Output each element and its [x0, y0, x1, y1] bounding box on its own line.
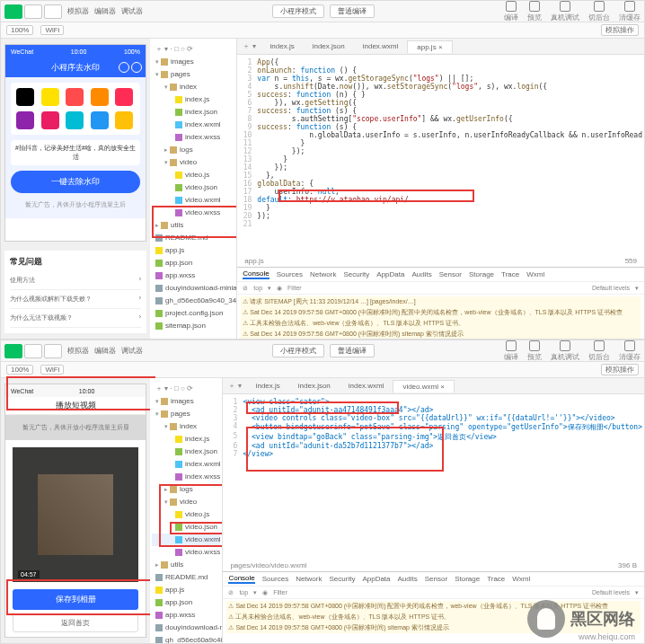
devtools-tab[interactable]: Console — [243, 269, 269, 279]
tree-file[interactable]: app.js — [152, 244, 234, 257]
zoom-select[interactable]: 100% — [6, 25, 33, 35]
remove-watermark-button[interactable]: 一键去除水印 — [11, 171, 140, 193]
faq-item[interactable]: 为什么无法下载视频？› — [10, 309, 141, 328]
compile-button[interactable]: 编译 — [504, 1, 518, 22]
compile-button[interactable]: 编译 — [504, 340, 518, 362]
editor-tab[interactable]: index.json — [289, 380, 340, 392]
tree-file[interactable]: video.json — [152, 521, 220, 534]
tree-file[interactable]: README.md — [152, 232, 234, 244]
editor-tab[interactable]: index.js — [261, 40, 304, 52]
tree-file[interactable]: app.js — [152, 584, 220, 596]
tree-file[interactable]: gh_d56ec60a9c40_344.jpg — [152, 295, 234, 307]
tree-folder[interactable]: images — [152, 56, 234, 68]
devtools-tab[interactable]: AppData — [376, 270, 404, 278]
tree-file[interactable]: index.wxml — [152, 458, 220, 471]
new-tab-button[interactable]: ＋ ▾ — [223, 381, 246, 391]
editor-tab[interactable]: index.wxml — [354, 40, 408, 52]
app-icon[interactable] — [91, 88, 109, 106]
mode-select[interactable]: 小程序模式 — [272, 344, 324, 357]
tree-file[interactable]: app.json — [152, 596, 220, 609]
devtools-tab[interactable]: Storage — [455, 575, 480, 583]
sim-action-select[interactable]: 模拟操作 — [601, 24, 639, 36]
devtools-tab[interactable]: Trace — [501, 270, 519, 278]
preview-button[interactable]: 预览 — [527, 1, 542, 22]
log-levels[interactable]: Default levels — [592, 285, 630, 291]
video-player[interactable]: ▶ 04:57 — [13, 447, 138, 582]
tree-folder[interactable]: pages — [152, 408, 220, 420]
tree-folder[interactable]: logs — [152, 144, 234, 156]
devtools-tab[interactable]: Security — [329, 575, 355, 583]
tree-folder[interactable]: logs — [152, 483, 220, 496]
console-clear-icon[interactable]: ⊘ — [228, 589, 234, 596]
faq-item[interactable]: 为什么视频或解析下载失败？› — [10, 290, 141, 309]
tree-file[interactable]: README.md — [152, 571, 220, 584]
tree-folder[interactable]: utils — [152, 559, 220, 571]
tree-file[interactable]: video.json — [152, 181, 234, 194]
tree-file[interactable]: app.json — [152, 257, 234, 269]
clear-cache-button[interactable]: 清缓存 — [619, 340, 641, 362]
code-editor[interactable]: 1<view class="cater"> 2 <ad unitId="adun… — [223, 394, 644, 560]
app-icon[interactable] — [66, 111, 84, 129]
remote-debug-button[interactable]: 真机调试 — [551, 1, 579, 22]
devtools-tab[interactable]: Trace — [487, 575, 505, 583]
tree-file[interactable]: video.js — [152, 508, 220, 521]
devtools-tab[interactable]: Audits — [398, 575, 418, 583]
devtools-tab[interactable]: Console — [228, 574, 254, 584]
editor-tab[interactable]: index.json — [304, 40, 354, 52]
tree-folder[interactable]: index — [152, 420, 220, 433]
compile-select[interactable]: 普通编译 — [330, 344, 375, 357]
simulator-toggle[interactable] — [4, 4, 22, 19]
menu-capsule[interactable] — [119, 62, 129, 73]
save-to-album-button[interactable]: 保存到相册 — [13, 589, 138, 610]
simulator-toggle[interactable] — [4, 344, 22, 358]
devtools-tab[interactable]: Sources — [262, 575, 288, 583]
mode-select[interactable]: 小程序模式 — [272, 4, 324, 18]
tree-folder[interactable]: images — [152, 395, 220, 408]
tree-file[interactable]: video.wxml — [152, 534, 220, 546]
network-select[interactable]: WiFi — [40, 365, 64, 375]
app-icon[interactable] — [16, 111, 34, 129]
tree-file[interactable]: gh_d56ec60a9c40_344.jpg — [152, 634, 220, 643]
background-button[interactable]: 切后台 — [588, 1, 610, 22]
editor-toggle[interactable] — [24, 4, 42, 19]
compile-select[interactable]: 普通编译 — [330, 4, 375, 18]
tree-file[interactable]: douyindownload-miniapp-master.zip — [152, 282, 234, 295]
close-capsule[interactable] — [131, 62, 142, 73]
clear-cache-button[interactable]: 清缓存 — [619, 1, 641, 22]
editor-tab-active[interactable]: video.wxml × — [393, 380, 454, 393]
tree-file[interactable]: video.wxss — [152, 207, 234, 219]
tree-file[interactable]: video.wxss — [152, 546, 220, 559]
tree-file[interactable]: app.wxss — [152, 269, 234, 282]
back-home-button[interactable]: 返回首页 — [13, 613, 138, 632]
devtools-tab[interactable]: Network — [310, 270, 336, 278]
tree-file[interactable]: index.json — [152, 106, 234, 119]
devtools-tab[interactable]: Wxml — [512, 575, 530, 583]
tree-folder[interactable]: utils — [152, 219, 234, 232]
app-icon[interactable] — [16, 88, 34, 106]
faq-item[interactable]: 使用方法› — [10, 271, 141, 290]
background-button[interactable]: 切后台 — [588, 340, 610, 362]
network-select[interactable]: WiFi — [40, 25, 64, 35]
zoom-select[interactable]: 100% — [6, 365, 33, 375]
app-icon[interactable] — [91, 111, 109, 129]
editor-tab[interactable]: index.js — [247, 380, 289, 392]
console-context[interactable]: top — [253, 285, 262, 291]
preview-button[interactable]: 预览 — [527, 340, 542, 362]
code-editor[interactable]: 1App({ 2 onLaunch: function () { 3 var n… — [237, 55, 644, 255]
devtools-tab[interactable]: AppData — [362, 575, 390, 583]
console-filter[interactable]: Filter — [287, 285, 302, 291]
tree-file[interactable]: index.js — [152, 433, 220, 446]
tree-folder[interactable]: index — [152, 81, 234, 93]
tree-file[interactable]: douyindownload-miniapp-master.zip — [152, 622, 220, 634]
tree-file[interactable]: index.wxml — [152, 119, 234, 131]
tree-file[interactable]: sitemap.json — [152, 320, 234, 332]
tree-file[interactable]: app.wxss — [152, 609, 220, 622]
tree-file[interactable]: project.config.json — [152, 307, 234, 320]
devtools-tab[interactable]: Audits — [411, 270, 431, 278]
devtools-tab[interactable]: Sensor — [425, 575, 447, 583]
devtools-tab[interactable]: Security — [343, 270, 369, 278]
editor-tab[interactable]: index.wxml — [340, 380, 393, 392]
app-icon[interactable] — [41, 88, 59, 106]
devtools-tab[interactable]: Sources — [277, 270, 303, 278]
tree-file[interactable]: index.wxss — [152, 471, 220, 483]
